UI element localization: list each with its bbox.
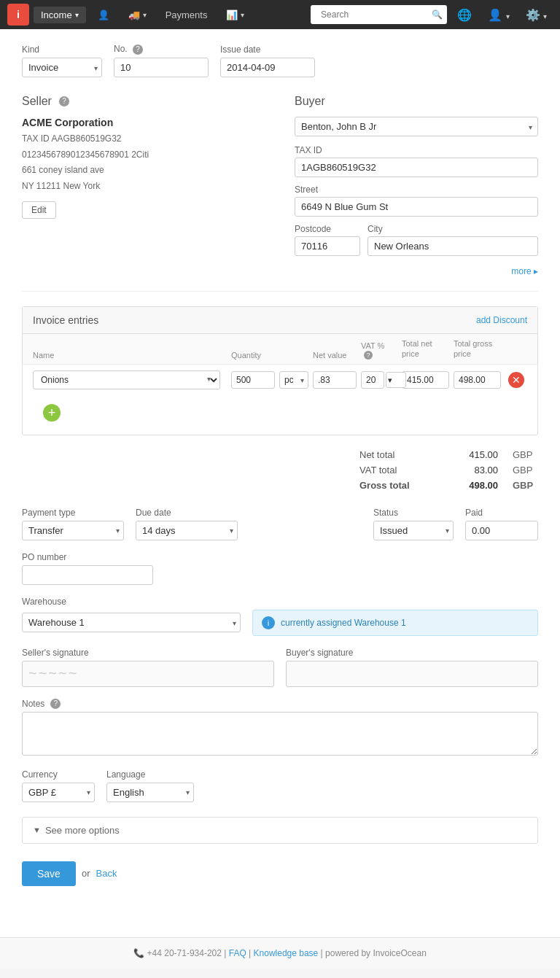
add-entry-wrap: + (23, 395, 537, 435)
entry-total-gross-input[interactable] (454, 371, 501, 389)
totals-section: Net total 415.00 GBP VAT total 83.00 GBP… (22, 447, 538, 493)
status-label: Status (373, 508, 454, 518)
nav-people[interactable]: 👤 (90, 7, 117, 23)
vat-total-row: VAT total 83.00 GBP (359, 462, 538, 478)
issue-date-input[interactable] (220, 58, 315, 77)
entry-total-net-cell[interactable] (402, 371, 449, 389)
currency-language-section: Currency GBP £ USD $ EUR € ▾ Language En… (22, 769, 538, 802)
due-date-group: Due date 14 days 7 days 30 days 60 days … (136, 508, 238, 540)
section-divider-1 (22, 291, 538, 292)
po-number-group: PO number (22, 552, 538, 585)
entry-total-gross-cell[interactable] (454, 371, 501, 389)
entry-name-select[interactable]: Onions (33, 370, 220, 389)
entry-total-net-input[interactable] (402, 371, 449, 389)
top-navigation: i Income ▾ 👤 🚚 ▾ Payments 📊 ▾ 🔍 🌐 👤 ▾ ⚙️… (0, 0, 560, 29)
net-total-row: Net total 415.00 GBP (359, 447, 538, 462)
buyer-street-input[interactable] (295, 197, 538, 217)
entry-net-cell[interactable] (313, 371, 357, 389)
seller-title: Seller ? (22, 95, 265, 108)
user-menu[interactable]: 👤 ▾ (482, 8, 515, 22)
seller-address1: 0123456789012345678901 2Citi (22, 147, 265, 163)
payment-type-select[interactable]: Transfer Cash Card (22, 521, 124, 540)
seller-signature-input[interactable]: ~~~~~ (22, 661, 274, 687)
po-number-input[interactable] (22, 565, 153, 585)
buyer-postcode-label: Postcode (295, 224, 360, 234)
entry-vat-input[interactable] (361, 371, 384, 389)
entry-quantity-input[interactable] (231, 371, 275, 389)
warehouse-info-box: i currently assigned Warehouse 1 (252, 610, 538, 636)
add-entry-button[interactable]: + (43, 404, 61, 422)
buyer-taxid-field: TAX ID (295, 145, 538, 177)
notes-textarea[interactable] (22, 712, 538, 756)
invoice-table-header: Invoice entries add Discount (23, 307, 537, 334)
warehouse-select-wrap[interactable]: Warehouse 1 Warehouse 2 ▾ (22, 613, 241, 632)
search-input[interactable] (315, 7, 432, 23)
buyer-signature-input[interactable] (286, 661, 538, 687)
form-top-row: Kind Invoice Proforma Receipt ▾ No. ? Is… (22, 44, 538, 77)
status-select[interactable]: Issued Paid Partial (373, 521, 454, 540)
no-group: No. ? (114, 44, 209, 77)
vat-help-icon[interactable]: ? (364, 351, 373, 360)
col-header-net-value: Net value (313, 351, 357, 360)
kind-group: Kind Invoice Proforma Receipt ▾ (22, 44, 102, 77)
buyer-name-select[interactable]: Benton, John B Jr (295, 117, 538, 136)
language-select[interactable]: English French German Spanish (106, 783, 194, 802)
status-select-wrap[interactable]: Issued Paid Partial ▾ (373, 521, 454, 540)
payment-type-select-wrap[interactable]: Transfer Cash Card ▾ (22, 521, 124, 540)
entry-net-input[interactable] (313, 371, 357, 389)
no-help-icon[interactable]: ? (133, 44, 143, 55)
paid-input[interactable] (465, 521, 538, 540)
entry-remove-button[interactable]: ✕ (508, 372, 524, 388)
buyer-postcode-input[interactable] (295, 236, 360, 256)
notes-help-icon[interactable]: ? (50, 699, 61, 709)
entry-unit-select[interactable]: pc kg (279, 371, 308, 389)
save-button[interactable]: Save (22, 861, 76, 886)
currency-select[interactable]: GBP £ USD $ EUR € (22, 783, 95, 802)
table-row: Onions ▾ pc kg ▾ (23, 365, 537, 395)
buyer-taxid-input[interactable] (295, 158, 538, 177)
nav-income-chevron: ▾ (75, 11, 79, 19)
nav-payments[interactable]: Payments (158, 7, 215, 23)
brand-logo: i (7, 4, 29, 26)
kind-label: Kind (22, 44, 102, 55)
seller-address3: NY 11211 New York (22, 179, 265, 195)
nav-reports[interactable]: 📊 ▾ (219, 7, 252, 23)
no-input[interactable] (114, 58, 209, 77)
col-header-name: Name (33, 351, 227, 360)
entry-remove-cell[interactable]: ✕ (505, 372, 527, 388)
kind-select[interactable]: Invoice Proforma Receipt (22, 58, 102, 77)
buyer-city-input[interactable] (368, 236, 538, 256)
vat-total-currency: GBP (513, 465, 538, 476)
seller-help-icon[interactable]: ? (59, 96, 69, 106)
currency-select-wrap[interactable]: GBP £ USD $ EUR € ▾ (22, 783, 95, 802)
nav-income[interactable]: Income ▾ (34, 7, 86, 23)
due-date-select[interactable]: 14 days 7 days 30 days 60 days (136, 521, 238, 540)
footer-faq-link[interactable]: FAQ (229, 948, 246, 958)
buyer-postcode-field: Postcode (295, 224, 360, 256)
language-select-wrap[interactable]: English French German Spanish ▾ (106, 783, 194, 802)
nav-payments-label: Payments (166, 9, 208, 20)
chart-icon: 📊 (226, 9, 238, 20)
back-link[interactable]: Back (96, 868, 117, 879)
seller-edit-button[interactable]: Edit (22, 201, 56, 219)
warehouse-select[interactable]: Warehouse 1 Warehouse 2 (22, 613, 241, 632)
entry-quantity-cell[interactable] (231, 371, 275, 389)
gross-total-currency: GBP (513, 480, 538, 491)
settings-icon[interactable]: ⚙️ ▾ (520, 8, 553, 22)
search-box[interactable]: 🔍 (311, 5, 447, 24)
see-more-options[interactable]: ▼ See more options (22, 817, 538, 844)
buyer-more-link[interactable]: more ▸ (295, 266, 538, 276)
entry-vat-cell: ▾ (361, 371, 397, 389)
footer-knowledge-link[interactable]: Knowledge base (254, 948, 319, 958)
currency-label: Currency (22, 769, 95, 780)
add-discount-button[interactable]: add Discount (476, 315, 527, 325)
buyer-name-select-wrap[interactable]: Benton, John B Jr ▾ (295, 117, 538, 136)
info-icon: i (262, 616, 275, 629)
kind-select-wrap[interactable]: Invoice Proforma Receipt ▾ (22, 58, 102, 77)
nav-vehicles[interactable]: 🚚 ▾ (121, 7, 154, 23)
entry-vat-select[interactable]: ▾ (386, 372, 406, 388)
globe-icon[interactable]: 🌐 (451, 8, 478, 22)
due-date-label: Due date (136, 508, 238, 518)
due-date-select-wrap[interactable]: 14 days 7 days 30 days 60 days ▾ (136, 521, 238, 540)
entry-unit-cell[interactable]: pc kg ▾ (279, 371, 308, 389)
